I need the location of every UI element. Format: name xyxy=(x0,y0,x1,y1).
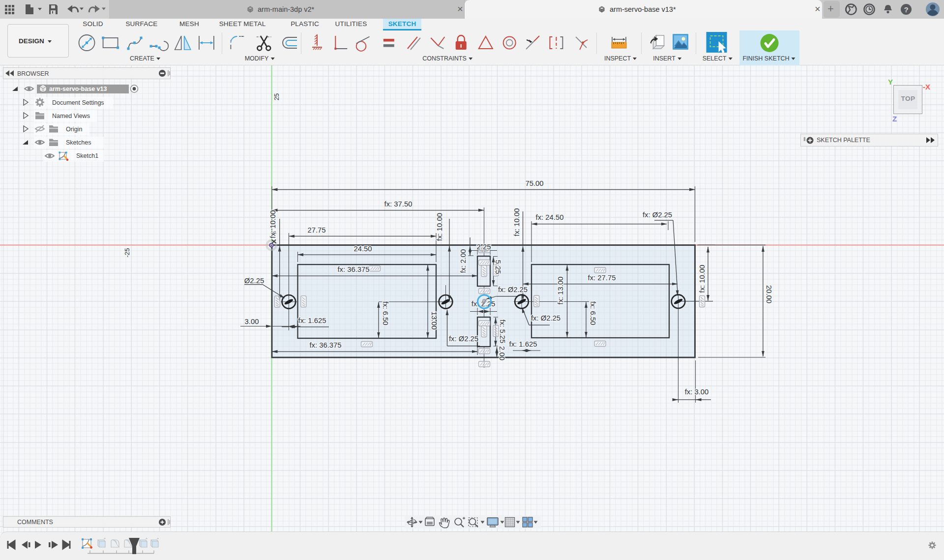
svg-text:fx: 6.50: fx: 6.50 xyxy=(589,301,597,325)
svg-text:fx: 10.00: fx: 10.00 xyxy=(269,210,277,238)
svg-text:fx: 10.00: fx: 10.00 xyxy=(698,265,706,293)
svg-text:fx: 27.75: fx: 27.75 xyxy=(588,274,616,282)
svg-text:fx: 10.00: fx: 10.00 xyxy=(436,213,443,241)
svg-text:2.25: 2.25 xyxy=(477,243,491,251)
svg-text:fx: 2.00: fx: 2.00 xyxy=(459,249,467,273)
svg-text:fx: 5.25: fx: 5.25 xyxy=(499,320,506,344)
svg-text:fx: 3.00: fx: 3.00 xyxy=(685,388,709,396)
svg-text:20.00: 20.00 xyxy=(765,285,773,303)
svg-text:fx: 6.50: fx: 6.50 xyxy=(382,301,389,325)
svg-text:2.00: 2.00 xyxy=(498,346,506,360)
svg-text:75.00: 75.00 xyxy=(525,179,543,187)
svg-text:Ø2.25: Ø2.25 xyxy=(244,277,264,285)
svg-text:?: ? xyxy=(904,5,908,14)
svg-text:-25: -25 xyxy=(123,248,131,257)
svg-text:3.00: 3.00 xyxy=(245,318,259,325)
svg-text:fx: 13.00: fx: 13.00 xyxy=(557,277,564,305)
svg-text:24.50: 24.50 xyxy=(354,245,372,253)
svg-text:fx: Ø2.25: fx: Ø2.25 xyxy=(531,314,560,322)
svg-text:fx: 1.625: fx: 1.625 xyxy=(509,340,537,348)
svg-text:fx: 36.375: fx: 36.375 xyxy=(310,341,342,349)
svg-text:fx: 37.50: fx: 37.50 xyxy=(384,200,413,208)
svg-text:fx: 24.50: fx: 24.50 xyxy=(536,213,564,221)
svg-text:13.00: 13.00 xyxy=(430,311,438,329)
svg-text:fx: Ø2.25: fx: Ø2.25 xyxy=(498,286,528,294)
svg-text:fx: 36.375: fx: 36.375 xyxy=(338,265,370,273)
svg-text:5.25: 5.25 xyxy=(494,260,502,274)
svg-text:fx: 10.00: fx: 10.00 xyxy=(513,208,521,236)
svg-text:fx: Ø2.25: fx: Ø2.25 xyxy=(643,211,672,219)
svg-text:27.75: 27.75 xyxy=(307,226,325,234)
svg-text:fx: 1.625: fx: 1.625 xyxy=(298,317,326,324)
svg-text:fx: Ø2.25: fx: Ø2.25 xyxy=(449,335,478,343)
svg-text:25: 25 xyxy=(273,93,280,101)
